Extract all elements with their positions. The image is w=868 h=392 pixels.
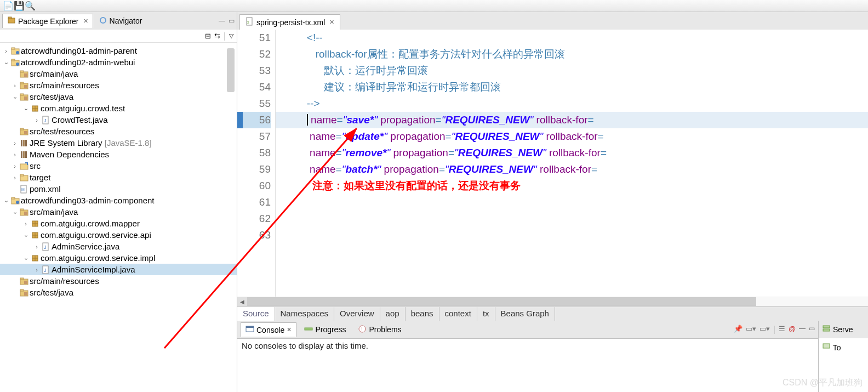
editor-mode-tab-tx[interactable]: tx (477, 307, 495, 321)
view-menu-icon[interactable]: ▽ (229, 32, 233, 39)
code-line[interactable]: name="batch*" propagation="REQUIRES_NEW"… (276, 161, 868, 178)
tree-scrollbar[interactable] (227, 48, 235, 92)
code-area[interactable]: <!-- rollback-for属性：配置事务方法针对什么样的异常回滚 默认：… (276, 30, 868, 297)
chevron-right-icon[interactable]: › (11, 82, 19, 89)
tree-item[interactable]: Mpom.xml (0, 183, 237, 195)
tree-item[interactable]: ⌄atcrowdfunding02-admin-webui (0, 56, 237, 68)
tab-package-explorer[interactable]: Package Explorer ✕ (2, 14, 93, 28)
tree-item[interactable]: ›JRE System Library [JavaSE-1.8] (0, 137, 237, 149)
tree-item[interactable]: ›src (0, 160, 237, 172)
tree-item[interactable]: ›JAdminService.java (0, 241, 237, 252)
tab-progress[interactable]: Progress (300, 323, 350, 337)
tree-item[interactable]: src/main/java (0, 68, 237, 79)
tree-item[interactable]: ⌄com.atguigu.crowd.service.impl (0, 252, 237, 264)
chevron-down-icon[interactable]: ⌄ (11, 208, 19, 215)
close-icon[interactable]: ✕ (287, 326, 292, 333)
tree-item[interactable]: ⌄com.atguigu.crowd.service.api (0, 229, 237, 241)
tree-item[interactable]: src/test/resources (0, 126, 237, 137)
editor-tab-spring-persist-tx[interactable]: x spring-persist-tx.xml ✕ (239, 14, 340, 30)
editor-mode-tab-namespaces[interactable]: Namespaces (275, 307, 335, 321)
code-line[interactable]: rollback-for属性：配置事务方法针对什么样的异常回滚 (276, 46, 868, 63)
tree-item[interactable]: ›JCrowdTest.java (0, 114, 237, 126)
tree-item[interactable]: ⌄src/main/java (0, 206, 237, 218)
clear-icon[interactable]: ☰ (779, 325, 785, 334)
link-editor-icon[interactable]: ⇆ (214, 32, 220, 40)
code-line[interactable]: <!-- (276, 30, 868, 46)
editor-mode-tab-aop[interactable]: aop (380, 307, 406, 321)
code-line[interactable] (276, 211, 868, 227)
editor-mode-tab-beans[interactable]: beans (406, 307, 439, 321)
tab-servers-label[interactable]: Serve (833, 325, 853, 334)
close-icon[interactable]: ✕ (329, 19, 334, 26)
chevron-down-icon[interactable]: ⌄ (22, 254, 30, 262)
chevron-right-icon[interactable]: › (11, 140, 19, 146)
tree-item[interactable]: src/main/resources (0, 275, 237, 287)
tree-item[interactable]: ›target (0, 172, 237, 183)
code-line[interactable] (276, 227, 868, 243)
minimize-icon[interactable]: — (799, 325, 806, 334)
editor-mode-tab-context[interactable]: context (439, 307, 477, 321)
open-console-icon[interactable]: ▭▾ (760, 325, 770, 334)
chevron-right-icon[interactable]: › (2, 48, 10, 54)
tab-navigator[interactable]: Navigator (94, 14, 147, 28)
tab-console[interactable]: Console ✕ (241, 322, 296, 337)
tree-item[interactable]: ›src/main/resources (0, 79, 237, 91)
code-line[interactable]: 注意：如果这里没有配置的话，还是没有事务 (276, 178, 868, 194)
svg-rect-25 (24, 131, 27, 134)
tree-item[interactable]: ⌄src/test/java (0, 91, 237, 103)
toolbar-icon[interactable]: 💾 (14, 1, 24, 11)
red-at-icon[interactable]: @ (789, 325, 796, 334)
editor-horizontal-scroll[interactable]: ◀ (237, 297, 868, 306)
scroll-left-icon[interactable]: ◀ (237, 297, 247, 306)
chevron-right-icon[interactable]: › (11, 151, 19, 158)
code-line[interactable]: 建议：编译时异常和运行时异常都回滚 (276, 79, 868, 95)
chevron-right-icon[interactable]: › (33, 266, 41, 273)
chevron-down-icon[interactable]: ⌄ (2, 59, 10, 66)
chevron-down-icon[interactable]: ⌄ (11, 93, 19, 100)
servers-body[interactable]: To (819, 338, 868, 392)
close-icon[interactable]: ✕ (83, 18, 88, 25)
tree-item[interactable]: ›Maven Dependencies (0, 149, 237, 160)
chevron-down-icon[interactable]: ⌄ (2, 197, 10, 204)
maximize-icon[interactable]: ▭ (229, 17, 235, 25)
tree-item[interactable]: src/test/java (0, 287, 237, 298)
toolbar-icon[interactable]: 🔍 (25, 1, 35, 11)
line-number: 51 (237, 30, 271, 46)
toolbar-icon[interactable]: 📄 (3, 1, 13, 11)
chevron-right-icon[interactable]: › (33, 117, 41, 123)
pin-icon[interactable]: 📌 (734, 325, 743, 334)
svg-rect-4 (12, 48, 15, 49)
editor-mode-tab-overview[interactable]: Overview (334, 307, 380, 321)
scroll-thumb[interactable] (247, 297, 756, 306)
line-number: 60 (237, 178, 271, 194)
scroll-track[interactable] (247, 297, 868, 306)
tree-item[interactable]: ›com.atguigu.crowd.mapper (0, 218, 237, 229)
chevron-right-icon[interactable]: › (11, 174, 19, 181)
project-tree[interactable]: ›atcrowdfunding01-admin-parent⌄atcrowdfu… (0, 43, 237, 392)
code-line[interactable]: --> (276, 95, 868, 112)
tree-item[interactable]: ⌄atcrowdfunding03-admin-component (0, 195, 237, 206)
editor-mode-tab-beans-graph[interactable]: Beans Graph (495, 307, 555, 321)
code-line[interactable]: 默认：运行时异常回滚 (276, 63, 868, 79)
editor-mode-tab-source[interactable]: Source (237, 307, 275, 321)
code-line[interactable]: name="update*" propagation="REQUIRES_NEW… (276, 128, 868, 145)
code-line[interactable]: name="save*" propagation="REQUIRES_NEW" … (276, 112, 868, 128)
code-line[interactable] (276, 194, 868, 211)
line-number: 61 (237, 194, 271, 211)
chevron-down-icon[interactable]: ⌄ (22, 105, 30, 112)
tree-item[interactable]: ›atcrowdfunding01-admin-parent (0, 45, 237, 56)
chevron-right-icon[interactable]: › (33, 243, 41, 250)
chevron-right-icon[interactable]: › (11, 163, 19, 169)
library-icon (19, 139, 30, 147)
chevron-right-icon[interactable]: › (22, 220, 30, 227)
minimize-icon[interactable]: — (219, 17, 225, 25)
tab-problems[interactable]: ! Problems (353, 323, 406, 337)
tree-item[interactable]: ⌄com.atguigu.crowd.test (0, 103, 237, 114)
tree-item[interactable]: ›JAdminServiceImpl.java (0, 264, 237, 275)
chevron-down-icon[interactable]: ⌄ (22, 231, 30, 238)
collapse-all-icon[interactable]: ⊟ (205, 32, 211, 40)
maximize-icon[interactable]: ▭ (809, 325, 815, 334)
display-icon[interactable]: ▭▾ (746, 325, 756, 334)
svg-rect-27 (23, 140, 25, 146)
code-line[interactable]: name="remove*" propagation="REQUIRES_NEW… (276, 145, 868, 161)
